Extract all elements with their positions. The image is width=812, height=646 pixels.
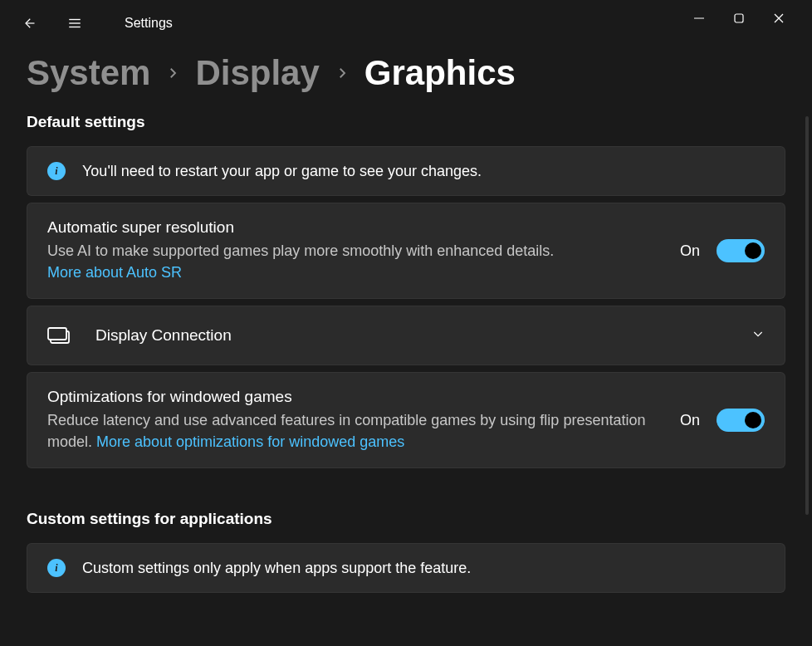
setting-title: Automatic super resolution — [47, 218, 663, 237]
setting-description: Use AI to make supported games play more… — [47, 240, 663, 283]
info-banner-text: Custom settings only apply when apps sup… — [82, 560, 471, 577]
breadcrumb-current: Graphics — [364, 53, 516, 93]
info-icon: i — [47, 162, 66, 180]
minimize-button[interactable] — [686, 8, 712, 28]
auto-sr-toggle[interactable] — [717, 239, 765, 262]
breadcrumb-system[interactable]: System — [27, 53, 150, 93]
setting-title: Optimizations for windowed games — [47, 388, 663, 406]
back-button[interactable] — [15, 10, 42, 37]
breadcrumb: System Display Graphics — [0, 46, 812, 93]
auto-sr-learn-more-link[interactable]: More about Auto SR — [47, 264, 182, 281]
toggle-knob — [745, 242, 761, 259]
svg-rect-4 — [735, 14, 743, 22]
info-banner-custom: i Custom settings only apply when apps s… — [27, 543, 785, 593]
setting-windowed-optimizations: Optimizations for windowed games Reduce … — [27, 372, 785, 468]
info-banner-restart: i You'll need to restart your app or gam… — [27, 146, 785, 196]
windowed-opt-toggle[interactable] — [717, 409, 765, 432]
display-connection-icon — [47, 326, 71, 345]
toggle-state-label: On — [680, 412, 700, 429]
setting-description: Reduce latency and use advanced features… — [47, 409, 663, 453]
chevron-down-icon — [751, 327, 765, 344]
breadcrumb-display[interactable]: Display — [195, 53, 319, 93]
toggle-state-label: On — [680, 242, 700, 260]
chevron-right-icon — [165, 66, 180, 81]
chevron-right-icon — [335, 66, 350, 81]
section-heading-custom: Custom settings for applications — [27, 510, 785, 528]
info-banner-text: You'll need to restart your app or game … — [82, 163, 482, 180]
display-connection-label: Display Connection — [87, 326, 735, 345]
toggle-knob — [745, 412, 761, 428]
display-connection-expander[interactable]: Display Connection — [27, 306, 785, 365]
svg-rect-8 — [48, 328, 66, 340]
info-icon: i — [47, 559, 66, 577]
setting-auto-sr: Automatic super resolution Use AI to mak… — [27, 203, 785, 299]
app-title: Settings — [125, 16, 173, 31]
close-button[interactable] — [766, 8, 792, 28]
windowed-opt-learn-more-link[interactable]: More about optimizations for windowed ga… — [96, 433, 404, 450]
maximize-button[interactable] — [726, 8, 752, 28]
scrollbar[interactable] — [805, 116, 809, 515]
section-heading-default: Default settings — [27, 113, 785, 131]
hamburger-menu-icon[interactable] — [61, 10, 88, 37]
